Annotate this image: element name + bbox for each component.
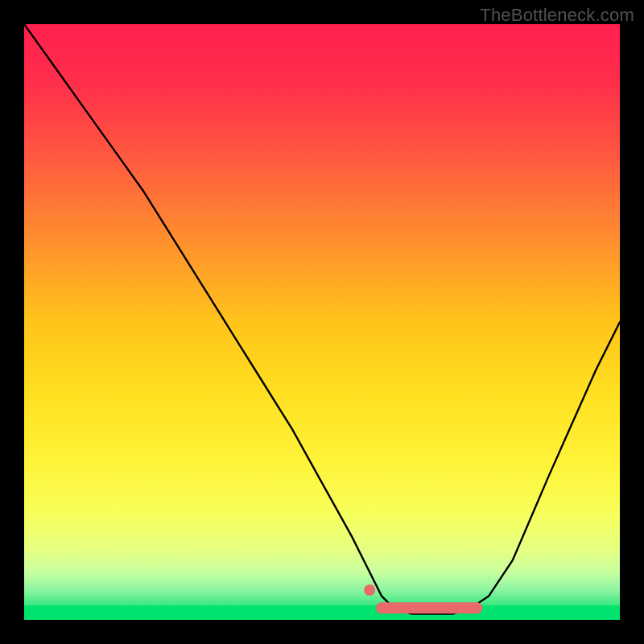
highlight-dot <box>364 584 375 596</box>
attribution-label: TheBottleneck.com <box>480 5 634 26</box>
chart-frame: TheBottleneck.com <box>0 0 644 644</box>
plot-area <box>24 24 620 620</box>
curve-layer <box>24 24 620 620</box>
bottleneck-curve <box>24 24 620 614</box>
